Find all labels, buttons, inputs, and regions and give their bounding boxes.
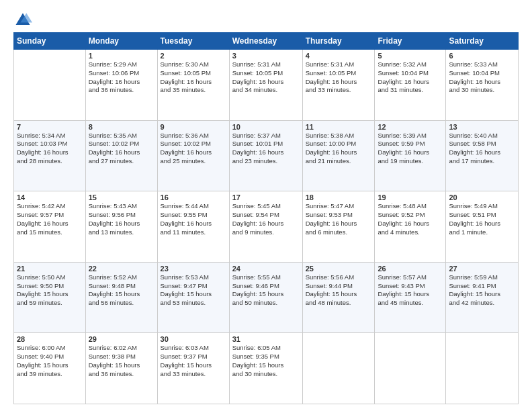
week-row-2: 14Sunrise: 5:42 AM Sunset: 9:57 PM Dayli… (14, 191, 519, 263)
day-info: Sunrise: 5:57 AM Sunset: 9:43 PM Dayligh… (378, 273, 443, 308)
calendar-cell: 3Sunrise: 5:31 AM Sunset: 10:05 PM Dayli… (229, 50, 302, 121)
day-number: 18 (306, 193, 372, 201)
day-number: 27 (449, 265, 515, 273)
day-header-friday: Friday (375, 33, 446, 50)
day-info: Sunrise: 5:38 AM Sunset: 10:00 PM Daylig… (306, 132, 372, 166)
day-info: Sunrise: 5:52 AM Sunset: 9:48 PM Dayligh… (89, 273, 154, 308)
calendar-cell: 14Sunrise: 5:42 AM Sunset: 9:57 PM Dayli… (14, 191, 86, 263)
calendar-cell: 21Sunrise: 5:50 AM Sunset: 9:50 PM Dayli… (14, 262, 86, 333)
day-number: 11 (306, 123, 372, 131)
calendar-cell: 4Sunrise: 5:31 AM Sunset: 10:05 PM Dayli… (302, 50, 375, 121)
day-number: 30 (161, 335, 226, 343)
day-header-wednesday: Wednesday (229, 33, 302, 50)
day-info: Sunrise: 5:31 AM Sunset: 10:05 PM Daylig… (306, 60, 372, 95)
day-info: Sunrise: 5:59 AM Sunset: 9:41 PM Dayligh… (449, 273, 515, 308)
day-info: Sunrise: 5:33 AM Sunset: 10:04 PM Daylig… (449, 60, 515, 95)
calendar-cell: 26Sunrise: 5:57 AM Sunset: 9:43 PM Dayli… (375, 262, 446, 333)
day-number: 12 (378, 123, 443, 131)
week-row-1: 7Sunrise: 5:34 AM Sunset: 10:03 PM Dayli… (14, 120, 519, 191)
day-info: Sunrise: 5:45 AM Sunset: 9:54 PM Dayligh… (232, 202, 300, 236)
calendar-cell: 9Sunrise: 5:36 AM Sunset: 10:02 PM Dayli… (157, 120, 229, 191)
day-info: Sunrise: 5:50 AM Sunset: 9:50 PM Dayligh… (17, 273, 83, 308)
calendar-cell: 23Sunrise: 5:53 AM Sunset: 9:47 PM Dayli… (157, 262, 229, 333)
calendar-cell (14, 50, 86, 121)
day-info: Sunrise: 5:40 AM Sunset: 9:58 PM Dayligh… (449, 132, 515, 166)
day-number: 28 (17, 335, 83, 343)
calendar-cell: 31Sunrise: 6:05 AM Sunset: 9:35 PM Dayli… (229, 333, 302, 404)
day-number: 5 (378, 52, 443, 60)
logo-icon (13, 11, 32, 30)
day-info: Sunrise: 5:39 AM Sunset: 9:59 PM Dayligh… (378, 132, 443, 166)
day-info: Sunrise: 5:43 AM Sunset: 9:56 PM Dayligh… (89, 202, 154, 236)
calendar-cell: 24Sunrise: 5:55 AM Sunset: 9:46 PM Dayli… (229, 262, 302, 333)
day-number: 4 (306, 52, 372, 60)
calendar-cell: 20Sunrise: 5:49 AM Sunset: 9:51 PM Dayli… (446, 191, 519, 263)
calendar-cell: 30Sunrise: 6:03 AM Sunset: 9:37 PM Dayli… (157, 333, 229, 404)
day-info: Sunrise: 5:37 AM Sunset: 10:01 PM Daylig… (232, 132, 300, 166)
day-info: Sunrise: 5:55 AM Sunset: 9:46 PM Dayligh… (232, 273, 300, 308)
day-info: Sunrise: 5:44 AM Sunset: 9:55 PM Dayligh… (161, 202, 226, 236)
day-info: Sunrise: 5:56 AM Sunset: 9:44 PM Dayligh… (306, 273, 372, 308)
day-number: 20 (449, 193, 515, 201)
day-number: 24 (232, 265, 300, 273)
day-number: 31 (232, 335, 300, 343)
day-info: Sunrise: 5:31 AM Sunset: 10:05 PM Daylig… (232, 60, 300, 95)
page: SundayMondayTuesdayWednesdayThursdayFrid… (0, 0, 532, 411)
day-number: 7 (17, 123, 83, 131)
day-header-thursday: Thursday (302, 33, 375, 50)
calendar-cell: 27Sunrise: 5:59 AM Sunset: 9:41 PM Dayli… (446, 262, 519, 333)
calendar-cell: 29Sunrise: 6:02 AM Sunset: 9:38 PM Dayli… (85, 333, 157, 404)
calendar-cell: 13Sunrise: 5:40 AM Sunset: 9:58 PM Dayli… (446, 120, 519, 191)
day-info: Sunrise: 5:29 AM Sunset: 10:06 PM Daylig… (89, 60, 154, 95)
calendar-cell: 22Sunrise: 5:52 AM Sunset: 9:48 PM Dayli… (85, 262, 157, 333)
calendar-cell: 17Sunrise: 5:45 AM Sunset: 9:54 PM Dayli… (229, 191, 302, 263)
day-info: Sunrise: 5:30 AM Sunset: 10:05 PM Daylig… (161, 60, 226, 95)
calendar-cell: 11Sunrise: 5:38 AM Sunset: 10:00 PM Dayl… (302, 120, 375, 191)
day-info: Sunrise: 5:36 AM Sunset: 10:02 PM Daylig… (161, 132, 226, 166)
day-number: 14 (17, 193, 83, 201)
day-number: 1 (89, 52, 154, 60)
header (13, 11, 519, 30)
day-number: 17 (232, 193, 300, 201)
day-number: 26 (378, 265, 443, 273)
day-number: 16 (161, 193, 226, 201)
calendar-cell: 8Sunrise: 5:35 AM Sunset: 10:02 PM Dayli… (85, 120, 157, 191)
calendar-cell: 12Sunrise: 5:39 AM Sunset: 9:59 PM Dayli… (375, 120, 446, 191)
day-number: 13 (449, 123, 515, 131)
day-number: 23 (161, 265, 226, 273)
logo (13, 11, 35, 30)
calendar-cell: 15Sunrise: 5:43 AM Sunset: 9:56 PM Dayli… (85, 191, 157, 263)
day-info: Sunrise: 5:42 AM Sunset: 9:57 PM Dayligh… (17, 202, 83, 236)
calendar-cell: 2Sunrise: 5:30 AM Sunset: 10:05 PM Dayli… (157, 50, 229, 121)
calendar-cell: 19Sunrise: 5:48 AM Sunset: 9:52 PM Dayli… (375, 191, 446, 263)
calendar-cell (446, 333, 519, 404)
day-header-monday: Monday (85, 33, 157, 50)
day-info: Sunrise: 5:47 AM Sunset: 9:53 PM Dayligh… (306, 202, 372, 236)
day-header-tuesday: Tuesday (157, 33, 229, 50)
calendar-header-row: SundayMondayTuesdayWednesdayThursdayFrid… (14, 33, 519, 50)
day-number: 3 (232, 52, 300, 60)
week-row-0: 1Sunrise: 5:29 AM Sunset: 10:06 PM Dayli… (14, 50, 519, 121)
day-number: 8 (89, 123, 154, 131)
day-number: 10 (232, 123, 300, 131)
day-number: 15 (89, 193, 154, 201)
calendar-cell: 25Sunrise: 5:56 AM Sunset: 9:44 PM Dayli… (302, 262, 375, 333)
calendar-cell: 18Sunrise: 5:47 AM Sunset: 9:53 PM Dayli… (302, 191, 375, 263)
day-number: 29 (89, 335, 154, 343)
day-info: Sunrise: 6:03 AM Sunset: 9:37 PM Dayligh… (161, 344, 226, 378)
week-row-3: 21Sunrise: 5:50 AM Sunset: 9:50 PM Dayli… (14, 262, 519, 333)
day-info: Sunrise: 5:32 AM Sunset: 10:04 PM Daylig… (378, 60, 443, 95)
day-header-saturday: Saturday (446, 33, 519, 50)
calendar-cell (375, 333, 446, 404)
day-number: 9 (161, 123, 226, 131)
day-info: Sunrise: 5:34 AM Sunset: 10:03 PM Daylig… (17, 132, 83, 166)
day-number: 6 (449, 52, 515, 60)
day-number: 19 (378, 193, 443, 201)
calendar-cell: 5Sunrise: 5:32 AM Sunset: 10:04 PM Dayli… (375, 50, 446, 121)
calendar-cell: 28Sunrise: 6:00 AM Sunset: 9:40 PM Dayli… (14, 333, 86, 404)
day-info: Sunrise: 5:53 AM Sunset: 9:47 PM Dayligh… (161, 273, 226, 308)
day-info: Sunrise: 5:35 AM Sunset: 10:02 PM Daylig… (89, 132, 154, 166)
day-info: Sunrise: 5:48 AM Sunset: 9:52 PM Dayligh… (378, 202, 443, 236)
day-info: Sunrise: 6:02 AM Sunset: 9:38 PM Dayligh… (89, 344, 154, 378)
week-row-4: 28Sunrise: 6:00 AM Sunset: 9:40 PM Dayli… (14, 333, 519, 404)
